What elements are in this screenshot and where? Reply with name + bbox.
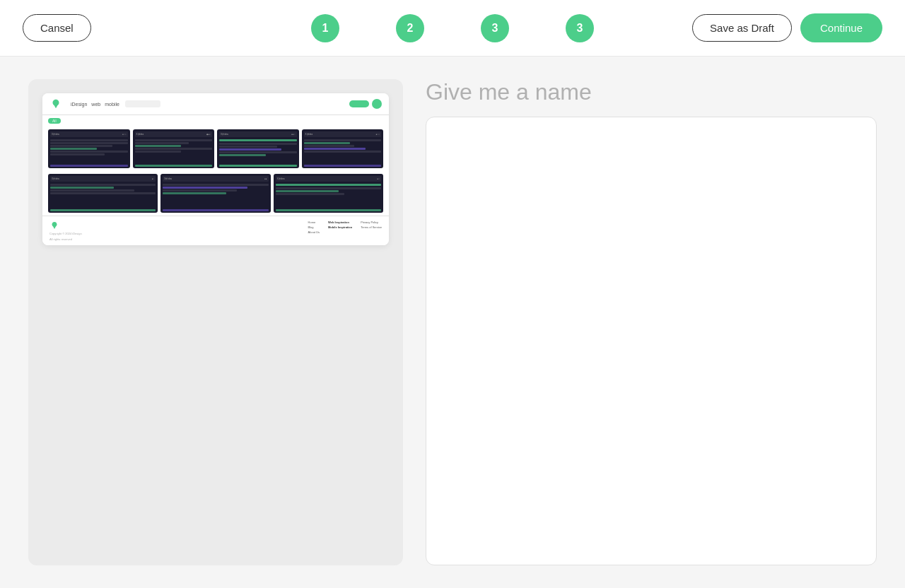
step-1: 1: [311, 14, 339, 42]
preview-grid-item: X界idea●●: [160, 174, 270, 213]
footer-link-home: Home: [308, 220, 320, 224]
preview-grid-item-header: X界idea●○: [50, 176, 156, 182]
steps-indicator: 1 2 3 3: [311, 14, 594, 42]
right-panel: Give me a name: [426, 79, 877, 565]
preview-grid-item-body: [302, 139, 384, 153]
preview-topbar: iDesign web mobile: [42, 93, 389, 115]
preview-footer-copyright: Copyright © 2024 iDesign: [49, 232, 82, 236]
preview-panel: iDesign web mobile All: [28, 79, 403, 565]
preview-footer-col-2: Web Inspiration Mobile Inspiration: [328, 220, 352, 234]
preview-topbar-right: [349, 99, 382, 109]
preview-grid-item: X界idea●○: [48, 174, 158, 213]
preview-footer-links: Home Blog About Us Web Inspiration Mobil…: [308, 220, 382, 234]
footer-link-web: Web Inspiration: [328, 220, 352, 224]
preview-grid-item-body: [48, 183, 158, 195]
preview-upload-btn: [349, 100, 369, 107]
preview-inner: iDesign web mobile All: [42, 93, 389, 245]
preview-grid-item: X界idea●○: [274, 174, 383, 213]
continue-button[interactable]: Continue: [800, 13, 882, 42]
preview-grid-item-header: X界idea●○○: [304, 131, 382, 137]
preview-footer: Copyright © 2024 iDesign All rights rese…: [42, 216, 389, 245]
nav-item-design: iDesign: [71, 102, 87, 107]
save-draft-button[interactable]: Save as Draft: [692, 14, 792, 42]
step-3: 3: [481, 14, 509, 42]
preview-grid-item-body: [133, 139, 215, 153]
header-right: Save as Draft Continue: [692, 13, 882, 42]
header-left: Cansel: [23, 14, 91, 42]
preview-grid-item-body: [48, 139, 130, 156]
preview-user-avatar: [372, 99, 382, 109]
preview-grid-item-header: X界idea●●○: [219, 131, 297, 137]
preview-grid-item-body: [217, 139, 299, 157]
step-4: 3: [566, 14, 594, 42]
preview-footer-rights: All rights reserved: [49, 237, 82, 242]
preview-logo-icon: [49, 98, 65, 110]
preview-main-grid: X界idea●○○: [42, 127, 389, 171]
footer-link-about: About Us: [308, 230, 320, 234]
preview-grid-item-header: X界idea●●: [163, 176, 268, 182]
preview-second-grid: X界idea●○ X界idea●●: [42, 171, 389, 216]
footer-link-mobile: Mobile Inspiration: [328, 225, 352, 229]
preview-nav: iDesign web mobile: [71, 102, 119, 107]
preview-grid-item: X界idea◆●○: [133, 129, 215, 168]
header: Cansel 1 2 3 3 Save as Draft Continue: [0, 0, 905, 57]
preview-grid-item: X界idea●○○: [48, 129, 130, 168]
preview-footer-logo: Copyright © 2024 iDesign All rights rese…: [49, 220, 82, 241]
preview-footer-col-3: Privacy Policy Terms of Service: [361, 220, 382, 234]
step-2: 2: [396, 14, 424, 42]
preview-grid-item-body: [160, 183, 270, 195]
preview-grid-item-body: [274, 183, 383, 196]
preview-filter-all: All: [48, 118, 61, 124]
preview-topbar-left: iDesign web mobile: [49, 98, 160, 110]
preview-card: iDesign web mobile All: [42, 93, 389, 245]
nav-item-mobile: mobile: [105, 102, 119, 107]
preview-footer-col-1: Home Blog About Us: [308, 220, 320, 234]
preview-grid-item-header: X界idea●○: [276, 176, 381, 182]
preview-grid-item: X界idea●●○: [217, 129, 299, 168]
footer-link-blog: Blog: [308, 225, 320, 229]
name-input-area[interactable]: [426, 117, 877, 565]
preview-grid-item-header: X界idea●○○: [50, 131, 128, 137]
footer-link-privacy: Privacy Policy: [361, 220, 382, 224]
footer-link-terms: Terms of Service: [361, 225, 382, 229]
nav-item-web: web: [91, 102, 100, 107]
main-content: iDesign web mobile All: [0, 57, 905, 588]
preview-search-bar: [125, 100, 160, 107]
name-input[interactable]: [438, 129, 865, 553]
page-title: Give me a name: [426, 79, 877, 105]
cancel-button[interactable]: Cansel: [23, 14, 91, 42]
preview-grid-item: X界idea●○○: [302, 129, 384, 168]
preview-grid-item-header: X界idea◆●○: [135, 131, 213, 137]
preview-filter-row: All: [42, 115, 389, 127]
